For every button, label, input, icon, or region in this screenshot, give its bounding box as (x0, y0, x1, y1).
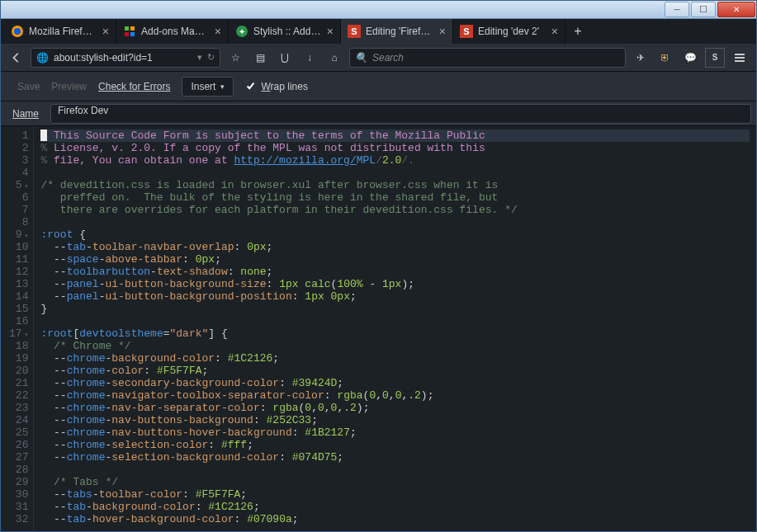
tab-label: Editing 'dev 2' (478, 26, 546, 37)
code-line[interactable]: % License, v. 2.0. If a copy of the MPL … (40, 142, 750, 154)
window-minimize-button[interactable]: ─ (665, 2, 689, 17)
back-button[interactable] (7, 49, 26, 67)
browser-navbar: 🌐 about:stylish-edit?id=1 ▾ ↻ ☆ ▤ ⋃ ↓ ⌂ … (1, 44, 756, 72)
tab-favicon (123, 25, 136, 38)
home-icon[interactable]: ⌂ (324, 48, 344, 68)
tab-favicon: ✦ (235, 25, 248, 38)
tab-label: Mozilla Firefox … (29, 26, 97, 37)
code-line[interactable] (40, 167, 750, 179)
code-area[interactable]: % This Source Code Form is subject to th… (34, 126, 756, 532)
code-line[interactable]: --chrome-secondary-background-color: #39… (40, 377, 750, 389)
new-tab-button[interactable]: + (565, 19, 590, 44)
code-line[interactable]: :root[devtoolstheme="dark"] { (40, 327, 750, 340)
code-line[interactable]: /* Tabs */ (40, 476, 750, 488)
check-errors-button[interactable]: Check for Errors (98, 81, 170, 92)
send-icon[interactable]: ✈ (631, 48, 651, 68)
tab-label: Stylish :: Add-o… (253, 26, 322, 37)
menu-button[interactable] (730, 48, 750, 68)
stylish-icon[interactable]: S (705, 48, 725, 68)
code-line[interactable]: --panel-ui-button-background-position: 1… (40, 290, 750, 303)
tab-close-icon[interactable]: × (327, 25, 334, 38)
save-button[interactable]: Save (17, 81, 40, 92)
browser-tab[interactable]: S Editing 'Firefox … × (341, 19, 453, 44)
reload-icon[interactable]: ↻ (207, 52, 215, 63)
code-line[interactable]: --panel-ui-button-background-size: 1px c… (40, 278, 750, 290)
code-line[interactable]: --chrome-nav-buttons-background: #252C33… (40, 414, 750, 426)
code-line[interactable]: preffed on. The bulk of the styling is h… (40, 191, 750, 204)
tab-close-icon[interactable]: × (551, 25, 558, 38)
url-text: about:stylish-edit?id=1 (54, 52, 192, 64)
code-line[interactable]: --chrome-navigator-toolbox-separator-col… (40, 389, 750, 402)
search-placeholder: Search (372, 52, 404, 64)
code-line[interactable]: --chrome-selection-background-color: #07… (40, 451, 750, 464)
code-line[interactable]: --chrome-nav-buttons-hover-background: #… (40, 426, 750, 439)
browser-tab[interactable]: Add-ons Mana… × (116, 19, 229, 44)
tab-label: Editing 'Firefox … (366, 26, 434, 37)
browser-tabstrip: Mozilla Firefox … × Add-ons Mana… ×✦ Sty… (1, 19, 756, 44)
window-maximize-button[interactable]: ☐ (691, 2, 716, 17)
wrap-lines-checkbox[interactable]: Wrap lines (245, 81, 307, 92)
stylish-toolbar: Save Preview Check for Errors Insert ▾ W… (1, 72, 756, 101)
code-line[interactable]: --tab-hover-background-color: #07090a; (40, 513, 750, 525)
bookmark-star-icon[interactable]: ☆ (225, 48, 245, 68)
code-line[interactable]: --chrome-color: #F5F7FA; (40, 365, 750, 377)
code-line[interactable]: --space-above-tabbar: 0px; (40, 253, 750, 266)
code-line[interactable]: --toolbarbutton-text-shadow: none; (40, 266, 750, 278)
search-bar[interactable]: 🔍 Search (349, 48, 626, 68)
code-line[interactable] (40, 315, 750, 327)
tab-favicon: S (348, 25, 361, 38)
wrap-lines-input[interactable] (245, 81, 256, 92)
code-line[interactable]: :root { (40, 228, 750, 241)
code-line[interactable]: --tab-toolbar-navbar-overlap: 0px; (40, 241, 750, 253)
browser-tab[interactable]: Mozilla Firefox … × (4, 19, 116, 44)
tab-favicon (11, 25, 24, 38)
code-line[interactable] (40, 464, 750, 476)
name-label: Name (1, 108, 50, 120)
svg-rect-2 (125, 26, 129, 31)
code-line[interactable]: } (40, 303, 750, 315)
code-line[interactable]: --chrome-selection-color: #fff; (40, 439, 750, 451)
svg-text:S: S (351, 26, 357, 36)
wrap-lines-label: Wrap lines (261, 81, 307, 92)
svg-text:S: S (463, 26, 469, 36)
code-line[interactable]: --chrome-background-color: #1C2126; (40, 352, 750, 365)
shield-icon[interactable]: ⛨ (655, 48, 675, 68)
search-icon: 🔍 (355, 52, 367, 64)
code-line[interactable]: % file, You can obtain one at http://moz… (40, 154, 750, 167)
browser-tab[interactable]: S Editing 'dev 2' × (453, 19, 565, 44)
code-editor[interactable]: 1234567891011121314151617181920212223242… (1, 126, 756, 532)
insert-dropdown[interactable]: Insert ▾ (182, 77, 234, 97)
code-line[interactable]: there are overrides for each platform in… (40, 204, 750, 216)
code-line[interactable]: --tab-background-color: #1C2126; (40, 501, 750, 513)
browser-tab[interactable]: ✦ Stylish :: Add-o… × (229, 19, 341, 44)
downloads-icon[interactable]: ↓ (300, 48, 319, 68)
svg-rect-5 (130, 32, 135, 36)
name-input[interactable]: Firefox Dev (50, 104, 751, 124)
chevron-down-icon: ▾ (220, 82, 225, 91)
code-line[interactable]: --tabs-toolbar-color: #F5F7FA; (40, 488, 750, 501)
svg-point-1 (14, 28, 21, 35)
code-line[interactable]: /* devedition.css is loaded in browser.x… (40, 179, 750, 191)
name-bar: Name Firefox Dev (1, 101, 756, 126)
code-line[interactable]: /* Chrome */ (40, 340, 750, 352)
tab-close-icon[interactable]: × (215, 25, 221, 38)
globe-icon: 🌐 (36, 52, 49, 64)
reader-icon[interactable]: ▤ (250, 48, 270, 68)
code-line[interactable]: --chrome-nav-bar-separator-color: rgba(0… (40, 402, 750, 414)
code-line[interactable]: % This Source Code Form is subject to th… (40, 129, 750, 142)
chat-icon[interactable]: 💬 (680, 48, 700, 68)
tab-close-icon[interactable]: × (102, 25, 109, 38)
code-line[interactable] (40, 216, 750, 228)
tab-favicon: S (460, 25, 473, 38)
url-dropdown-icon[interactable]: ▾ (197, 52, 202, 63)
svg-rect-3 (130, 26, 135, 31)
pocket-icon[interactable]: ⋃ (275, 48, 295, 68)
tab-close-icon[interactable]: × (439, 25, 446, 38)
tab-label: Add-ons Mana… (141, 26, 210, 37)
url-bar[interactable]: 🌐 about:stylish-edit?id=1 ▾ ↻ (31, 48, 220, 68)
preview-button[interactable]: Preview (51, 81, 87, 92)
svg-text:✦: ✦ (239, 27, 245, 36)
line-gutter: 1234567891011121314151617181920212223242… (1, 126, 34, 532)
window-close-button[interactable]: ✕ (717, 2, 755, 17)
window-titlebar: ─ ☐ ✕ (1, 1, 756, 19)
